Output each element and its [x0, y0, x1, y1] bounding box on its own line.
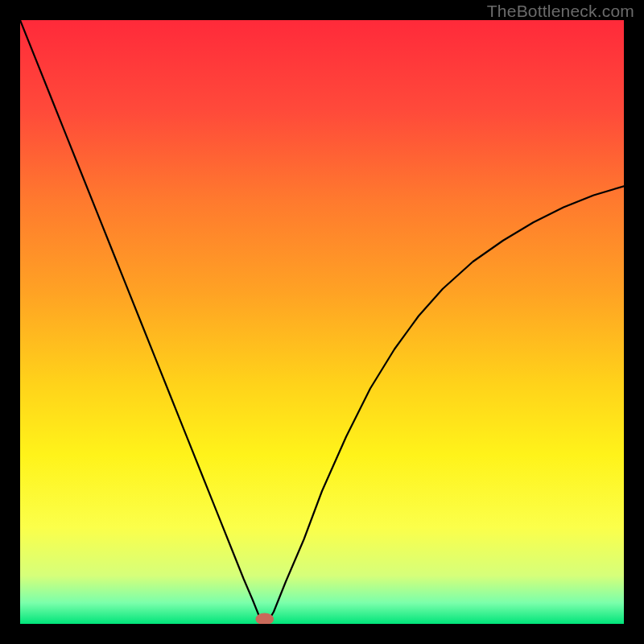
plot-area [20, 20, 624, 624]
bottleneck-chart [20, 20, 624, 624]
watermark-text: TheBottleneck.com [487, 2, 634, 21]
chart-frame: TheBottleneck.com [0, 0, 644, 644]
gradient-background [20, 20, 624, 624]
